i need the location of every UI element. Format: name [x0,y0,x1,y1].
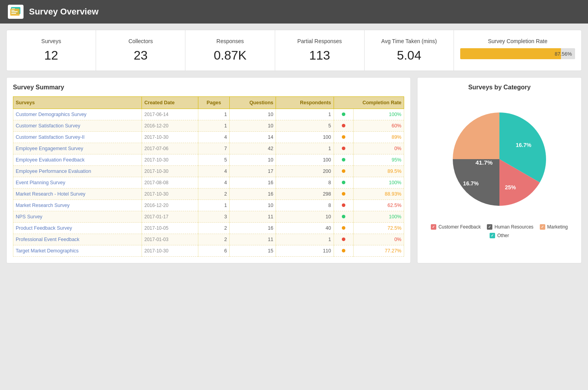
cell-dot [334,154,354,166]
cell-dot [334,132,354,143]
cell-questions: 16 [229,189,276,200]
table-row[interactable]: Market Research - Hotel Survey 2017-10-3… [13,189,404,200]
cell-rate: 89% [354,132,404,143]
cell-dot [334,234,354,245]
status-dot [342,112,345,116]
cell-dot [334,189,354,200]
legend-customer-feedback: ✓ Customer Feedback [431,224,481,230]
col-pages: Pages [198,97,230,109]
table-row[interactable]: NPS Survey 2017-01-17 3 11 10 100% [13,211,404,223]
table-row[interactable]: Professional Event Feedback 2017-01-03 2… [13,234,404,245]
col-questions: Questions [229,97,276,109]
cell-pages: 4 [198,132,230,143]
cell-respondents: 1 [276,234,334,245]
status-dot [342,238,345,241]
app-logo [8,5,24,19]
cell-date: 2017-10-30 [142,189,198,200]
cell-dot [334,200,354,211]
table-row[interactable]: Customer Demographics Survey 2017-06-14 … [13,109,404,120]
table-row[interactable]: Employee Engagement Survey 2017-07-06 7 … [13,143,404,154]
cell-rate: 60% [354,120,404,132]
cell-respondents: 200 [276,166,334,177]
cell-survey-name[interactable]: Target Market Demographics [13,245,142,257]
cell-pages: 6 [198,245,230,257]
cell-questions: 10 [229,109,276,120]
cell-questions: 17 [229,166,276,177]
stat-avg-time-label: Avg Time Taken (mins) [371,38,447,44]
legend-marketing-color: ✓ [540,224,545,230]
svg-text:41.7%: 41.7% [475,159,493,166]
table-row[interactable]: Product Feedback Survey 2017-10-05 2 16 … [13,223,404,234]
cell-survey-name[interactable]: Product Feedback Survey [13,223,142,234]
cell-survey-name[interactable]: Market Research - Hotel Survey [13,189,142,200]
cell-rate: 100% [354,177,404,189]
survey-summary-title: Survey Summary [13,84,404,91]
cell-survey-name[interactable]: Customer Satisfaction Survey [13,120,142,132]
status-dot [342,147,345,150]
completion-progress-bar: 87.56% [460,48,575,59]
stat-surveys-label: Surveys [13,38,89,44]
cell-survey-name[interactable]: Customer Satisfaction Survey-II [13,132,142,143]
cell-respondents: 5 [276,120,334,132]
page-title: Survey Overview [29,7,98,17]
survey-summary-panel: Survey Summary Surveys Created Date Page… [6,77,411,263]
status-dot [342,135,345,139]
cell-rate: 72.5% [354,223,404,234]
pie-chart-wrapper: 41.7% 16.7% 25% 16.7% [445,104,554,214]
cell-survey-name[interactable]: Market Research Survey [13,200,142,211]
survey-icon [10,7,21,16]
table-row[interactable]: Market Research Survey 2016-12-20 1 10 8… [13,200,404,211]
stat-partial-value: 113 [281,48,358,63]
cell-respondents: 8 [276,200,334,211]
pie-chart-title: Surveys by Category [468,84,530,91]
cell-survey-name[interactable]: Professional Event Feedback [13,234,142,245]
cell-date: 2017-01-17 [142,211,198,223]
cell-questions: 10 [229,154,276,166]
table-row[interactable]: Employee Performance Evaluation 2017-10-… [13,166,404,177]
cell-rate: 62.5% [354,200,404,211]
svg-text:16.7%: 16.7% [516,142,532,148]
legend-other-color: ✓ [490,233,495,238]
cell-respondents: 100 [276,132,334,143]
svg-rect-7 [11,13,16,14]
col-completion-rate: Completion Rate [334,97,404,109]
legend-customer-feedback-label: Customer Feedback [438,224,481,230]
table-row[interactable]: Customer Satisfaction Survey-II 2017-10-… [13,132,404,143]
stat-avg-time-value: 5.04 [371,48,447,63]
svg-rect-6 [11,11,18,12]
status-dot [342,124,345,127]
table-row[interactable]: Customer Satisfaction Survey 2016-12-20 … [13,120,404,132]
cell-dot [334,120,354,132]
cell-survey-name[interactable]: NPS Survey [13,211,142,223]
cell-respondents: 100 [276,154,334,166]
cell-survey-name[interactable]: Employee Performance Evaluation [13,166,142,177]
survey-table-body: Customer Demographics Survey 2017-06-14 … [13,109,404,257]
cell-rate: 100% [354,109,404,120]
cell-rate: 0% [354,143,404,154]
legend-customer-feedback-color: ✓ [431,224,436,230]
cell-dot [334,143,354,154]
table-row[interactable]: Employee Evaluation Feedback 2017-10-30 … [13,154,404,166]
cell-pages: 7 [198,143,230,154]
stat-responses: Responses 0.87K [185,30,275,71]
svg-rect-5 [11,10,15,11]
status-dot [342,249,345,252]
stat-surveys: Surveys 12 [7,30,96,71]
cell-questions: 16 [229,223,276,234]
cell-rate: 95% [354,154,404,166]
cell-pages: 5 [198,154,230,166]
pie-chart-svg: 41.7% 16.7% 25% 16.7% [445,104,554,214]
cell-survey-name[interactable]: Event Planning Survey [13,177,142,189]
cell-questions: 11 [229,234,276,245]
cell-questions: 16 [229,177,276,189]
cell-questions: 10 [229,200,276,211]
legend-marketing: ✓ Marketing [540,224,568,230]
cell-survey-name[interactable]: Employee Evaluation Feedback [13,154,142,166]
cell-rate: 100% [354,211,404,223]
table-row[interactable]: Event Planning Survey 2017-08-08 4 16 8 … [13,177,404,189]
cell-respondents: 40 [276,223,334,234]
legend-human-resources: ✓ Human Resources [487,224,533,230]
cell-survey-name[interactable]: Customer Demographics Survey [13,109,142,120]
cell-survey-name[interactable]: Employee Engagement Survey [13,143,142,154]
table-row[interactable]: Target Market Demographics 2017-10-30 6 … [13,245,404,257]
